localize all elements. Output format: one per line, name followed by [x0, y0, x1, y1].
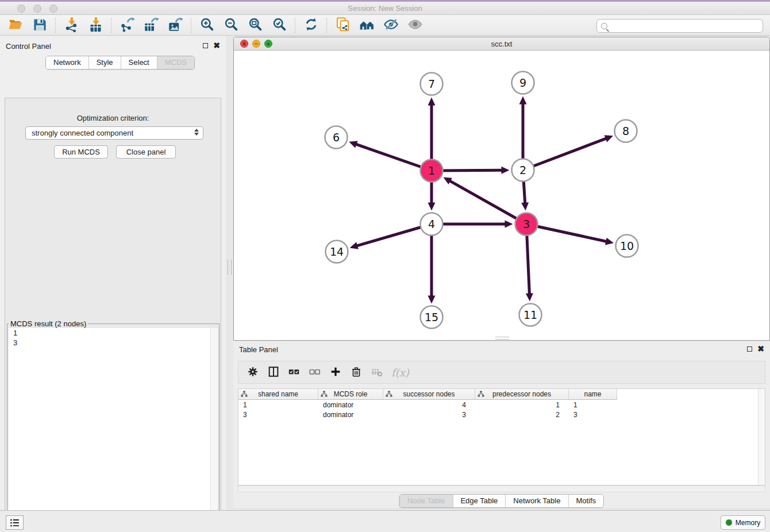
optimization-criterion-label: Optimization criterion: [0, 114, 226, 122]
close-panel-button[interactable]: Close panel [116, 145, 176, 159]
houses-button[interactable] [355, 16, 379, 34]
table-row[interactable]: 3dominator323 [238, 410, 765, 419]
export-table-button[interactable] [139, 16, 163, 34]
zoom-fit-button[interactable] [243, 16, 267, 34]
table-tab-motifs[interactable]: Motifs [568, 495, 603, 507]
table-hscrollbar[interactable] [238, 485, 765, 492]
graph-edge-3-10 [526, 224, 607, 241]
table-tab-node-table[interactable]: Node Table [400, 495, 453, 507]
delete-table-icon [371, 365, 383, 380]
task-history-button[interactable] [6, 515, 24, 530]
main-toolbar [0, 15, 770, 36]
import-table-button[interactable] [83, 16, 107, 34]
mcds-result-list[interactable]: 13 [9, 328, 218, 532]
duplicate-network-icon [335, 17, 351, 34]
zoom-out-button[interactable] [219, 16, 243, 34]
table-tab-network-table[interactable]: Network Table [506, 495, 568, 507]
graph-node-label-9: 9 [519, 76, 526, 89]
result-scrollbar[interactable] [210, 328, 218, 532]
folder-open-button[interactable] [3, 16, 28, 34]
control-panel: Control Panel ✖ NetworkStyleSelectMCDS O… [0, 36, 226, 510]
close-panel-icon[interactable]: ✖ [213, 43, 220, 48]
duplicate-network-button[interactable] [330, 16, 355, 34]
plus-button[interactable] [329, 365, 342, 380]
search-input[interactable] [607, 21, 763, 31]
list-icon [9, 516, 21, 529]
clear-checkboxes-button[interactable] [309, 365, 321, 380]
dropdown-stepper-icon [194, 129, 199, 136]
eye-button[interactable] [403, 16, 427, 34]
tree-icon [386, 391, 392, 399]
table-cell[interactable]: 1 [569, 401, 617, 409]
column-header-name[interactable]: name [569, 389, 617, 399]
table-cell[interactable]: 3 [569, 411, 617, 419]
refresh-button[interactable] [299, 16, 323, 34]
table-cell[interactable]: 2 [475, 411, 569, 419]
tab-style[interactable]: Style [89, 56, 121, 69]
function-builder-button[interactable]: f(x) [391, 367, 409, 379]
graph-arrowhead [349, 141, 357, 148]
table-toolbar: f(x) [238, 361, 765, 384]
graph-arrowhead [505, 221, 513, 228]
table-tab-edge-table[interactable]: Edge Table [453, 495, 506, 507]
column-header-MCDS-role[interactable]: MCDS role [318, 389, 383, 399]
tree-icon [241, 391, 248, 399]
table-cell[interactable]: 1 [475, 401, 569, 409]
toolbar-separator [295, 18, 295, 33]
memory-label: Memory [736, 519, 760, 527]
table-scrollbar[interactable] [758, 389, 765, 485]
zoom-out-icon [224, 17, 239, 34]
close-table-panel-icon[interactable]: ✖ [757, 346, 764, 352]
graph-edge-2-8 [523, 138, 607, 170]
graph-node-label-10: 10 [620, 240, 634, 252]
trash-button[interactable] [350, 365, 363, 380]
float-panel-icon[interactable] [203, 43, 208, 48]
export-network-button[interactable] [115, 16, 139, 34]
tree-icon [478, 391, 484, 399]
table-row[interactable]: 1dominator411 [238, 400, 765, 410]
export-image-button[interactable] [163, 16, 187, 34]
table-cell[interactable]: 1 [238, 401, 318, 409]
network-window-titlebar[interactable]: × − + scc.txt [234, 37, 769, 51]
save-icon [32, 17, 48, 34]
zoom-selected-button[interactable] [267, 16, 291, 34]
float-table-panel-icon[interactable] [747, 346, 752, 352]
network-canvas[interactable]: 7968124314101511 [234, 51, 769, 340]
save-button[interactable] [28, 16, 52, 34]
split-columns-icon [267, 365, 280, 380]
application-window: Session: New Session Control Panel ✖ Net… [0, 0, 770, 532]
table-cell[interactable]: dominator [318, 411, 383, 419]
memory-button[interactable]: Memory [721, 515, 765, 530]
splitter-grip-horizontal[interactable] [495, 337, 509, 340]
tab-mcds[interactable]: MCDS [157, 56, 194, 69]
eye-slash-button[interactable] [379, 16, 403, 34]
table-cell[interactable]: 3 [383, 411, 475, 419]
table-cell[interactable]: 4 [383, 401, 475, 409]
table-cell[interactable]: dominator [318, 401, 383, 409]
splitter-grip-vertical[interactable] [228, 260, 232, 275]
graph-node-label-7: 7 [428, 78, 435, 90]
node-table: shared nameMCDS rolesuccessor nodesprede… [238, 388, 765, 485]
column-header-predecessor-nodes[interactable]: predecessor nodes [475, 389, 569, 399]
zoom-in-button[interactable] [195, 16, 219, 34]
split-columns-button[interactable] [267, 365, 280, 380]
tab-network[interactable]: Network [46, 56, 89, 69]
graph-arrowhead [428, 98, 436, 106]
tab-select[interactable]: Select [121, 56, 157, 69]
table-panel: Table Panel ✖ f(x) shared nameMCDS roles… [233, 342, 770, 508]
eye-slash-icon [383, 17, 399, 34]
run-mcds-button[interactable]: Run MCDS [54, 145, 108, 159]
import-network-button[interactable] [59, 16, 83, 34]
criterion-dropdown[interactable]: strongly connected component [25, 126, 203, 140]
graph-arrowhead [428, 296, 436, 304]
column-header-shared-name[interactable]: shared name [238, 389, 318, 399]
select-all-checkboxes-button[interactable] [288, 365, 301, 380]
gear-button[interactable] [247, 365, 259, 380]
table-cell[interactable]: 3 [238, 411, 318, 419]
delete-table-button[interactable] [371, 365, 383, 380]
import-table-icon [88, 17, 103, 34]
search-box[interactable] [596, 19, 763, 33]
select-all-checkboxes-icon [288, 365, 301, 380]
network-view-window: × − + scc.txt 7968124314101511 [233, 37, 770, 341]
column-header-successor-nodes[interactable]: successor nodes [383, 389, 475, 399]
